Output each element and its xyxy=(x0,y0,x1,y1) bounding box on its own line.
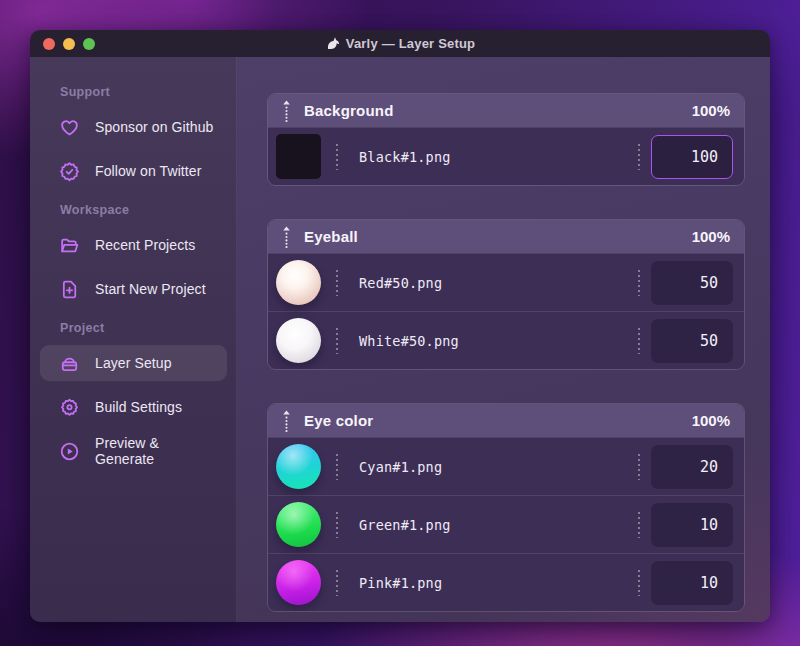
folder-icon xyxy=(59,235,80,256)
badge-check-icon xyxy=(59,161,80,182)
sidebar-item-sponsor-on-github[interactable]: Sponsor on Github xyxy=(40,109,227,145)
layer-row: Green#1.png xyxy=(268,495,744,553)
zoom-button[interactable] xyxy=(83,38,95,50)
sidebar-item-label: Follow on Twitter xyxy=(95,163,201,179)
sidebar-item-follow-on-twitter[interactable]: Follow on Twitter xyxy=(40,153,227,189)
sidebar-section-support: SupportSponsor on GithubFollow on Twitte… xyxy=(30,85,236,189)
sidebar-item-label: Layer Setup xyxy=(95,355,172,371)
layer-group-background: Background100%Black#1.png xyxy=(267,93,745,186)
layer-thumbnail-red xyxy=(276,260,321,305)
layer-group-header[interactable]: Eye color100% xyxy=(268,404,744,437)
layer-row: White#50.png xyxy=(268,311,744,369)
minimize-button[interactable] xyxy=(63,38,75,50)
opacity-input[interactable] xyxy=(651,503,733,547)
dotted-divider xyxy=(638,328,640,354)
layer-thumbnail-pink xyxy=(276,560,321,605)
opacity-input[interactable] xyxy=(651,445,733,489)
layers-icon xyxy=(59,353,80,374)
sidebar-item-start-new-project[interactable]: Start New Project xyxy=(40,271,227,307)
sidebar-item-preview-generate[interactable]: Preview & Generate xyxy=(40,433,227,469)
title-bar[interactable]: Varly — Layer Setup xyxy=(30,30,770,57)
dotted-divider xyxy=(336,512,338,538)
sidebar: SupportSponsor on GithubFollow on Twitte… xyxy=(30,57,237,622)
layer-filename: Black#1.png xyxy=(359,149,451,165)
unicorn-icon xyxy=(325,36,340,51)
layer-filename: Pink#1.png xyxy=(359,575,442,591)
gear-icon xyxy=(59,397,80,418)
layer-thumbnail-green xyxy=(276,502,321,547)
layer-group-eyeball: Eyeball100%Red#50.pngWhite#50.png xyxy=(267,219,745,370)
sidebar-item-layer-setup[interactable]: Layer Setup xyxy=(40,345,227,381)
dotted-divider xyxy=(336,144,338,170)
opacity-input[interactable] xyxy=(651,135,733,179)
layer-group-eye-color: Eye color100%Cyan#1.pngGreen#1.pngPink#1… xyxy=(267,403,745,612)
dotted-divider xyxy=(638,144,640,170)
layer-group-weight: 100% xyxy=(692,412,730,429)
opacity-input[interactable] xyxy=(651,319,733,363)
layer-row: Black#1.png xyxy=(268,127,744,185)
layer-group-title: Eyeball xyxy=(304,228,358,245)
dotted-divider xyxy=(336,454,338,480)
layer-row: Cyan#1.png xyxy=(268,437,744,495)
sidebar-section-label: Project xyxy=(60,321,236,335)
drag-handle-icon[interactable] xyxy=(282,410,291,432)
dotted-divider xyxy=(638,270,640,296)
sidebar-item-build-settings[interactable]: Build Settings xyxy=(40,389,227,425)
layer-group-header[interactable]: Background100% xyxy=(268,94,744,127)
sidebar-section-label: Workspace xyxy=(60,203,236,217)
opacity-input[interactable] xyxy=(651,261,733,305)
layer-filename: Cyan#1.png xyxy=(359,459,442,475)
sidebar-section-project: ProjectLayer SetupBuild SettingsPreview … xyxy=(30,321,236,469)
layer-thumbnail-white xyxy=(276,318,321,363)
sidebar-item-recent-projects[interactable]: Recent Projects xyxy=(40,227,227,263)
sidebar-item-label: Recent Projects xyxy=(95,237,195,253)
file-plus-icon xyxy=(59,279,80,300)
sidebar-item-label: Sponsor on Github xyxy=(95,119,213,135)
layer-row: Red#50.png xyxy=(268,253,744,311)
dotted-divider xyxy=(336,570,338,596)
layer-setup-panel: Background100%Black#1.pngEyeball100%Red#… xyxy=(237,57,770,622)
drag-handle-icon[interactable] xyxy=(282,226,291,248)
layer-group-header[interactable]: Eyeball100% xyxy=(268,220,744,253)
sidebar-section-label: Support xyxy=(60,85,236,99)
dotted-divider xyxy=(638,570,640,596)
layer-thumbnail-black xyxy=(276,134,321,179)
sidebar-item-label: Build Settings xyxy=(95,399,182,415)
sidebar-item-label: Start New Project xyxy=(95,281,206,297)
layer-group-title: Eye color xyxy=(304,412,373,429)
layer-thumbnail-cyan xyxy=(276,444,321,489)
sidebar-section-workspace: WorkspaceRecent ProjectsStart New Projec… xyxy=(30,203,236,307)
dotted-divider xyxy=(336,270,338,296)
heart-icon xyxy=(59,117,80,138)
play-circle-icon xyxy=(59,441,80,462)
layer-group-weight: 100% xyxy=(692,228,730,245)
layer-filename: Red#50.png xyxy=(359,275,442,291)
sidebar-item-label: Preview & Generate xyxy=(95,435,217,467)
opacity-input[interactable] xyxy=(651,561,733,605)
traffic-lights xyxy=(43,30,95,57)
layer-group-title: Background xyxy=(304,102,394,119)
window-title: Varly — Layer Setup xyxy=(346,36,476,51)
drag-handle-icon[interactable] xyxy=(282,100,291,122)
layer-row: Pink#1.png xyxy=(268,553,744,611)
layer-filename: White#50.png xyxy=(359,333,459,349)
close-button[interactable] xyxy=(43,38,55,50)
layer-group-weight: 100% xyxy=(692,102,730,119)
layer-filename: Green#1.png xyxy=(359,517,451,533)
dotted-divider xyxy=(638,512,640,538)
dotted-divider xyxy=(336,328,338,354)
dotted-divider xyxy=(638,454,640,480)
app-window: Varly — Layer Setup SupportSponsor on Gi… xyxy=(30,30,770,622)
